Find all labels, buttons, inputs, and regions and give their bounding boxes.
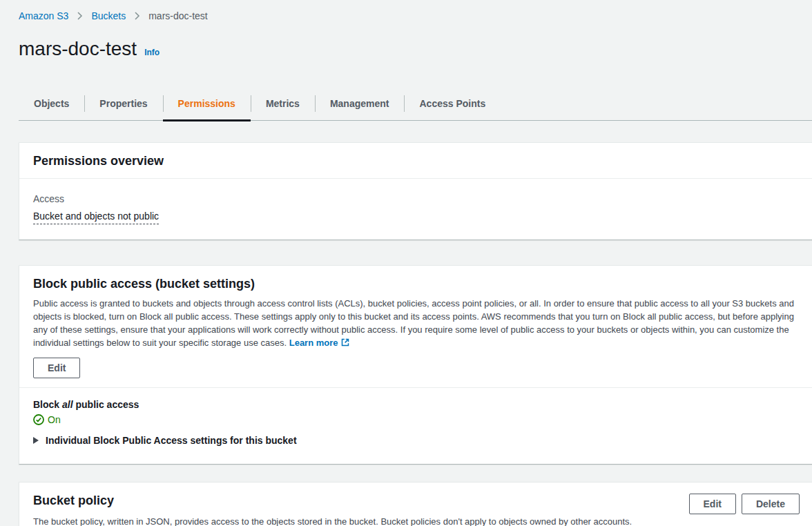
tab-bar: Objects Properties Permissions Metrics M… xyxy=(19,89,812,121)
breadcrumb-amazon-s3[interactable]: Amazon S3 xyxy=(19,11,68,21)
bucket-policy-header: Bucket policy The bucket policy, written… xyxy=(19,483,812,526)
block-public-access-title: Block public access (bucket settings) xyxy=(33,275,798,292)
breadcrumb: Amazon S3 Buckets mars-doc-test xyxy=(0,0,812,21)
breadcrumb-buckets[interactable]: Buckets xyxy=(91,11,126,21)
bucket-policy-card: Bucket policy The bucket policy, written… xyxy=(19,482,812,526)
bucket-policy-title: Bucket policy xyxy=(33,492,689,509)
access-value-tooltip-trigger[interactable]: Bucket and objects not public xyxy=(33,211,159,224)
bucket-policy-header-text: Bucket policy The bucket policy, written… xyxy=(33,492,689,526)
learn-more-link[interactable]: Learn more xyxy=(289,338,349,348)
block-all-public-access-label: Block all public access xyxy=(33,399,798,410)
bucket-policy-description: The bucket policy, written in JSON, prov… xyxy=(33,515,689,526)
access-value: Bucket and objects not public xyxy=(33,211,798,222)
permissions-overview-card: Permissions overview Access Bucket and o… xyxy=(19,142,812,240)
individual-settings-expander-label: Individual Block Public Access settings … xyxy=(46,435,297,446)
page-header: mars-doc-test Info xyxy=(19,37,812,61)
permissions-overview-header: Permissions overview xyxy=(19,143,812,179)
chevron-right-icon xyxy=(134,12,140,20)
tab-metrics[interactable]: Metrics xyxy=(251,89,315,120)
block-public-access-card: Block public access (bucket settings) Pu… xyxy=(19,265,812,465)
triangle-right-icon xyxy=(33,437,39,444)
block-all-public-access-section: Block all public access On Individual Bl… xyxy=(19,388,812,464)
check-circle-icon xyxy=(33,414,44,425)
block-public-access-description: Public access is granted to buckets and … xyxy=(33,297,798,349)
block-public-access-header: Block public access (bucket settings) Pu… xyxy=(19,266,812,387)
bucket-policy-actions: Edit Delete xyxy=(689,494,800,514)
delete-bucket-policy-button[interactable]: Delete xyxy=(742,494,800,514)
tab-access-points[interactable]: Access Points xyxy=(404,89,501,120)
chevron-right-icon xyxy=(77,12,83,20)
tab-objects[interactable]: Objects xyxy=(19,89,84,120)
edit-bucket-policy-button[interactable]: Edit xyxy=(689,494,736,514)
status-on-text: On xyxy=(48,414,61,425)
tab-properties[interactable]: Properties xyxy=(84,89,162,120)
permissions-overview-body: Access Bucket and objects not public xyxy=(19,179,812,240)
permissions-overview-title: Permissions overview xyxy=(33,153,798,168)
individual-settings-expander[interactable]: Individual Block Public Access settings … xyxy=(33,435,798,446)
external-link-icon xyxy=(341,338,349,347)
tab-permissions[interactable]: Permissions xyxy=(163,89,251,120)
edit-block-public-access-button[interactable]: Edit xyxy=(33,358,80,378)
page-title: mars-doc-test xyxy=(19,37,137,61)
breadcrumb-current-bucket: mars-doc-test xyxy=(148,11,208,21)
status-row: On xyxy=(33,414,798,425)
access-label: Access xyxy=(33,193,798,204)
tab-management[interactable]: Management xyxy=(315,89,405,120)
info-link[interactable]: Info xyxy=(144,48,160,57)
